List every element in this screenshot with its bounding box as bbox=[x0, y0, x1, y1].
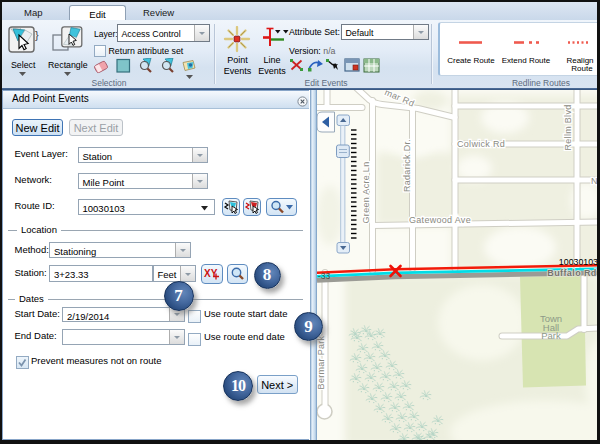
svg-text:-33: -33 bbox=[318, 271, 331, 281]
svg-text:Route: Route bbox=[571, 64, 593, 73]
svg-text:}: } bbox=[35, 29, 39, 41]
svg-text:Park: Park bbox=[541, 330, 561, 341]
svg-text:10030103: 10030103 bbox=[559, 257, 598, 267]
svg-text:Point: Point bbox=[227, 55, 248, 65]
svg-text:N: N bbox=[591, 175, 598, 185]
svg-text:Rellm Blvd: Rellm Blvd bbox=[563, 104, 573, 150]
svg-text:Events: Events bbox=[224, 66, 252, 76]
svg-text:Gatewood Ave: Gatewood Ave bbox=[409, 215, 471, 225]
svg-text:Radarick Dr.: Radarick Dr. bbox=[402, 138, 412, 191]
svg-text:Create Route: Create Route bbox=[447, 56, 495, 65]
svg-text:Extend Route: Extend Route bbox=[502, 56, 551, 65]
svg-text:Buffalo Rd: Buffalo Rd bbox=[547, 268, 597, 278]
svg-text:Colwick Rd: Colwick Rd bbox=[457, 138, 505, 148]
svg-text:Bermar Park: Bermar Park bbox=[317, 335, 326, 389]
svg-text:Green Acre Ln: Green Acre Ln bbox=[361, 161, 371, 223]
svg-text:Line: Line bbox=[263, 55, 280, 65]
svg-text:Events: Events bbox=[258, 66, 286, 76]
